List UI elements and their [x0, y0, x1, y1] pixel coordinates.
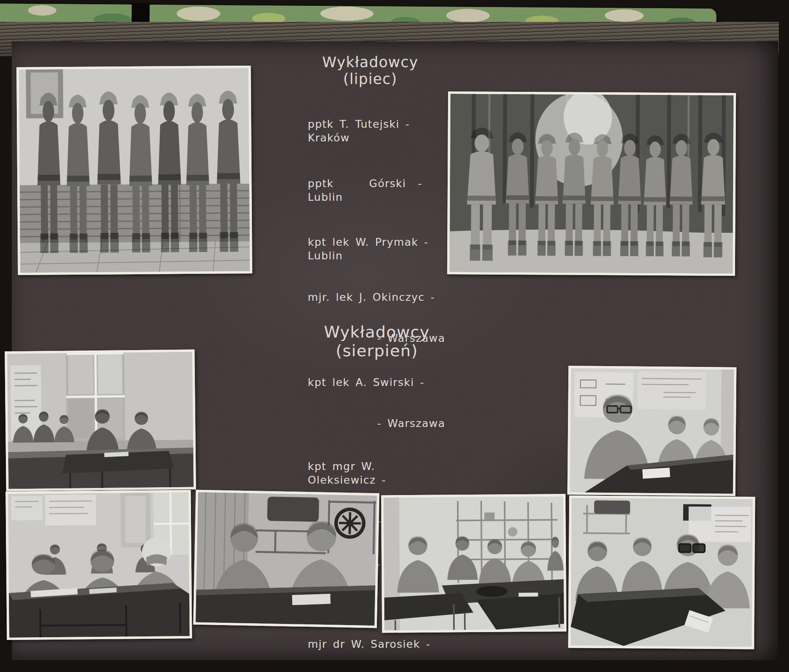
lecturer-entry: mjr. lek J. Okinczyc - [308, 290, 445, 304]
photo-two-officers [193, 490, 380, 628]
photo-shelving-room [381, 494, 566, 633]
section-title-july: Wykładowcy (lipiec) [295, 54, 445, 88]
album-scan: Wykładowcy (lipiec) pptk T. Tutejski - K… [0, 0, 789, 672]
lecturer-entry: kpt mgr W. Oleksiewicz - [308, 459, 445, 487]
photo-four-at-table [568, 495, 755, 649]
photo-long-table [5, 490, 192, 640]
section-title-august: Wykładowcy (sierpień) [284, 323, 469, 360]
lecturer-entry-continuation: - Warszawa [308, 416, 445, 430]
photo-wall-group [16, 66, 252, 275]
photo-classroom-window [5, 349, 196, 491]
lecturer-entry: kpt lek W. Prymak - Lublin [308, 235, 445, 263]
lecturer-entry: pptk Górski - Lublin [308, 177, 445, 204]
lecturer-entry: pptk T. Tutejski - Kraków [308, 117, 445, 145]
lecturer-entry: mjr dr W. Sarosiek - [308, 637, 445, 651]
photo-three-at-table [568, 366, 737, 496]
photo-forest-group [447, 91, 736, 276]
lecturer-entry: kpt lek A. Swirski - [308, 375, 445, 389]
